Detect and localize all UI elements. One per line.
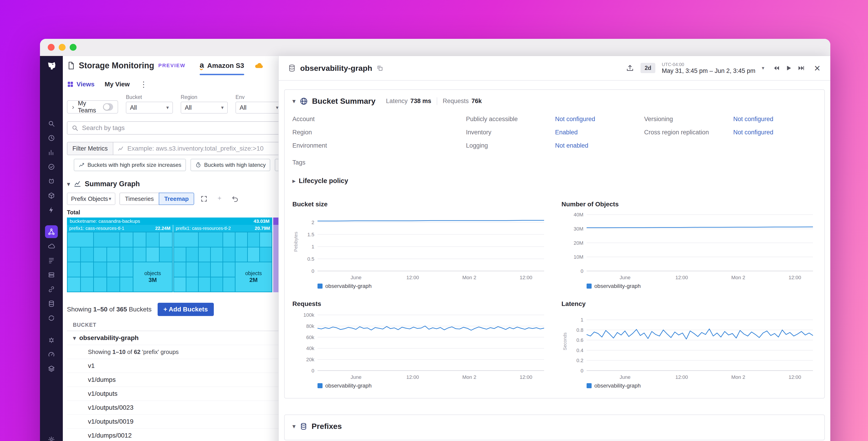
close-window-button[interactable] <box>48 44 55 51</box>
treemap-cell[interactable] <box>199 277 210 292</box>
chart-plot[interactable]: 00.20.40.60.81June12:00Mon 212:00Seconds <box>561 310 816 381</box>
field-value[interactable]: Enabled <box>555 129 578 136</box>
treemap-cell[interactable] <box>68 232 93 247</box>
field-value[interactable]: Not enabled <box>555 142 588 149</box>
segment-treemap[interactable]: Treemap <box>159 193 194 205</box>
expand-graph-button[interactable] <box>198 193 210 205</box>
treemap-cell[interactable] <box>120 262 133 277</box>
treemap-cell[interactable] <box>94 277 106 292</box>
sidebar-item-infrastructure[interactable] <box>45 268 58 281</box>
treemap-cell[interactable] <box>81 247 93 262</box>
prefix-row[interactable]: v1/outputs/0023 <box>67 401 296 415</box>
view-options-menu[interactable]: ⋮ <box>140 81 148 88</box>
my-teams-toggle[interactable] <box>103 103 113 111</box>
treemap-cell[interactable] <box>223 277 235 292</box>
prefix-row[interactable]: v1 <box>67 359 296 373</box>
chevron-down-icon[interactable]: ▾ <box>292 97 296 105</box>
sidebar-item-profiling[interactable] <box>45 348 58 360</box>
chevron-down-icon[interactable]: ▾ <box>73 334 76 342</box>
treemap-cell[interactable] <box>68 247 80 262</box>
add-buckets-button[interactable]: + Add Buckets <box>158 303 214 316</box>
sidebar-item-monitors[interactable] <box>45 160 58 173</box>
treemap-cell[interactable] <box>174 262 186 277</box>
close-panel-icon[interactable]: × <box>814 63 820 74</box>
treemap-cell[interactable] <box>186 262 198 277</box>
treemap-cell[interactable] <box>94 262 106 277</box>
treemap-cell[interactable] <box>120 247 133 262</box>
treemap-cell[interactable] <box>248 247 259 262</box>
prefixes-header[interactable]: ▾ Prefixes <box>292 422 816 431</box>
treemap-cell[interactable] <box>81 262 93 277</box>
treemap-cell[interactable] <box>174 247 186 262</box>
rewind-icon[interactable] <box>773 65 780 71</box>
treemap-cell[interactable] <box>147 247 159 262</box>
treemap-cell[interactable] <box>260 247 272 262</box>
magic-insights-button[interactable] <box>214 193 225 205</box>
treemap-group-header[interactable]: prefix1: cass-resources-tl-122.24M <box>67 225 173 232</box>
prefix-row[interactable]: v1/outputs <box>67 387 296 401</box>
treemap-cell[interactable] <box>186 247 198 262</box>
prefix-row[interactable]: v1/dumps <box>67 373 296 387</box>
treemap-cell[interactable] <box>107 262 120 277</box>
chart-legend[interactable]: observability-graph <box>292 383 548 389</box>
lifecycle-policy-row[interactable]: ▸ Lifecycle policy <box>292 177 816 185</box>
bucket-select[interactable]: All▾ <box>126 102 173 114</box>
tag-search[interactable] <box>67 121 286 135</box>
chip-high-latency[interactable]: Buckets with high latency <box>190 159 270 171</box>
bucket-row-observability-graph[interactable]: ▾ observability-graph <box>67 331 296 345</box>
prefix-row[interactable]: v1/outputs/0019 <box>67 415 296 429</box>
env-select[interactable]: All▾ <box>236 102 283 114</box>
sidebar-item-history[interactable] <box>45 131 58 144</box>
treemap-cell[interactable] <box>199 262 210 277</box>
field-value[interactable]: Not configured <box>733 116 773 123</box>
treemap-cell[interactable] <box>160 247 172 262</box>
treemap-group-tl-2[interactable]: prefix1: cass-resources-tl-220.79M objec… <box>174 225 272 292</box>
treemap-cell[interactable] <box>211 247 222 262</box>
treemap-cell[interactable] <box>94 232 120 247</box>
tab-my-view[interactable]: My View <box>104 81 130 88</box>
chart-plot[interactable]: 00.511.52June12:00Mon 212:00Pebibytes <box>292 210 548 282</box>
datadog-logo-icon[interactable] <box>45 59 58 72</box>
treemap-group-tl-1[interactable]: prefix1: cass-resources-tl-122.24M objec… <box>67 225 173 292</box>
minimize-window-button[interactable] <box>59 44 66 51</box>
sidebar-item-layers[interactable] <box>45 362 58 375</box>
sidebar-item-logs[interactable] <box>45 254 58 267</box>
sidebar-item-watchdog[interactable] <box>45 175 58 187</box>
tab-cloud-provider[interactable] <box>254 56 267 75</box>
filter-metrics-field[interactable] <box>113 142 293 155</box>
treemap-cell[interactable] <box>160 232 172 247</box>
field-value[interactable]: Not configured <box>555 116 595 123</box>
chart-plot[interactable]: 010M20M30M40MJune12:00Mon 212:00 <box>561 210 816 282</box>
tab-amazon-s3[interactable]: a Amazon S3 <box>199 56 244 75</box>
chevron-down-icon[interactable]: ▾ <box>762 65 764 71</box>
sidebar-item-apm[interactable] <box>45 283 58 296</box>
treemap-objects-cell[interactable]: objects 3M <box>133 262 172 292</box>
treemap-cell[interactable] <box>133 232 146 247</box>
segment-timeseries[interactable]: Timeseries <box>120 193 159 205</box>
region-select[interactable]: All▾ <box>181 102 228 114</box>
sidebar-item-databases[interactable] <box>45 297 58 310</box>
treemap-cell[interactable] <box>199 247 210 262</box>
treemap-cell[interactable] <box>147 232 159 247</box>
treemap-cell[interactable] <box>174 277 186 292</box>
play-icon[interactable] <box>785 65 792 71</box>
filter-metrics-input[interactable] <box>127 145 289 152</box>
sidebar-item-settings[interactable] <box>45 433 58 441</box>
sidebar-item-network[interactable] <box>45 225 58 238</box>
chevron-down-icon[interactable]: ▾ <box>292 422 296 430</box>
treemap-group-header[interactable]: prefix1: cass-resources-tl-220.79M <box>174 225 272 232</box>
chart-legend[interactable]: observability-graph <box>561 383 816 389</box>
treemap-cell[interactable] <box>211 262 222 277</box>
copy-icon[interactable] <box>376 65 383 71</box>
treemap-cell[interactable] <box>199 232 222 247</box>
undo-button[interactable] <box>229 193 241 205</box>
chart-legend[interactable]: observability-graph <box>561 283 816 289</box>
treemap-objects-cell[interactable]: objects 2M <box>236 262 272 292</box>
treemap-cell[interactable] <box>248 232 259 247</box>
treemap-bucket-header[interactable]: bucketname: cassandra-backups43.03M <box>67 217 272 225</box>
treemap-cell[interactable] <box>120 277 133 292</box>
prefix-row[interactable]: v1/dumps/0012 <box>67 429 296 441</box>
treemap-cell[interactable] <box>68 262 80 277</box>
treemap-cell[interactable] <box>174 232 198 247</box>
time-range-display[interactable]: UTC-04:00 May 31, 3:45 pm – Jun 2, 3:45 … <box>662 62 755 75</box>
